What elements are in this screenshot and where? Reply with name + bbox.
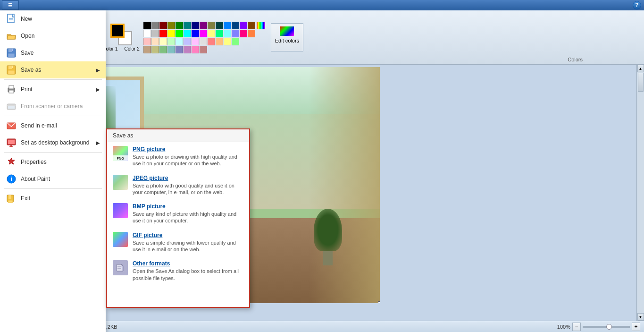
zoom-in-button[interactable]: +: [632, 323, 640, 331]
desktop-arrow: ▶: [96, 140, 100, 145]
gif-icon: [113, 232, 128, 247]
scroll-thumb[interactable]: [638, 73, 644, 92]
palette-cell[interactable]: [200, 30, 207, 37]
svg-rect-27: [8, 140, 15, 144]
menu-item-open-label: Open: [21, 33, 34, 39]
palette-cell[interactable]: [184, 22, 191, 29]
palette-cell[interactable]: [200, 38, 207, 45]
menu-item-exit-label: Exit: [21, 195, 30, 202]
save-as-other[interactable]: Other formats Open the Save As dialog bo…: [107, 256, 249, 285]
palette-cell[interactable]: [216, 22, 223, 29]
svg-rect-17: [12, 66, 13, 68]
palette-cell[interactable]: [232, 22, 239, 29]
menu-item-save-as[interactable]: Save as ▶: [0, 61, 106, 78]
palette-cell[interactable]: [248, 22, 255, 29]
palette-cell[interactable]: [176, 22, 183, 29]
scroll-track: [637, 72, 644, 313]
other-desc: Open the Save As dialog box to select fr…: [133, 268, 243, 281]
palette-cell[interactable]: [176, 46, 183, 53]
menu-item-print-label: Print: [21, 86, 33, 93]
palette-cell[interactable]: [208, 38, 215, 45]
palette-cell[interactable]: [167, 38, 175, 45]
menu-item-print[interactable]: Print ▶: [0, 81, 106, 98]
palette-cell[interactable]: [216, 30, 223, 37]
palette-cell[interactable]: [224, 30, 231, 37]
menu-item-new[interactable]: New: [0, 10, 106, 27]
edit-colors-button[interactable]: Edit colors: [271, 23, 303, 51]
menu-item-save[interactable]: Save: [0, 44, 106, 61]
save-as-bmp[interactable]: BMP picture Save any kind of picture wit…: [107, 199, 249, 228]
menu-item-save-as-label: Save as: [21, 67, 41, 73]
palette-cell[interactable]: [192, 46, 199, 53]
svg-rect-20: [9, 85, 14, 89]
palette-cell[interactable]: [176, 30, 183, 37]
palette-cell[interactable]: [192, 22, 199, 29]
menu-item-desktop[interactable]: Set as desktop background ▶: [0, 134, 106, 151]
palette-cell[interactable]: [200, 46, 207, 53]
palette-cell[interactable]: [184, 38, 191, 45]
svg-rect-14: [8, 53, 15, 57]
palette-cell[interactable]: [159, 30, 167, 37]
palette-cell[interactable]: [192, 30, 199, 37]
save-as-png[interactable]: PNG PNG picture Save a photo or drawing …: [107, 142, 249, 171]
palette-cell[interactable]: [184, 30, 191, 37]
palette-cell[interactable]: [240, 30, 247, 37]
palette-cell[interactable]: [248, 30, 255, 37]
palette-cell[interactable]: [208, 30, 215, 37]
menu-item-exit[interactable]: Exit: [0, 190, 106, 207]
palette-white[interactable]: [143, 30, 151, 37]
menu-item-email-label: Send in e-mail: [21, 122, 57, 129]
png-desc: Save a photo or drawing with high qualit…: [133, 153, 243, 167]
menu-button[interactable]: ☰: [2, 0, 19, 10]
color1-swatch[interactable]: [110, 24, 125, 38]
palette-cell[interactable]: [159, 22, 167, 29]
zoom-out-button[interactable]: −: [572, 323, 581, 331]
separator-1: [4, 79, 102, 80]
palette-cell[interactable]: [159, 38, 167, 45]
svg-rect-12: [8, 49, 12, 52]
help-button[interactable]: ?: [633, 1, 641, 9]
separator-2: [4, 116, 102, 116]
palette-cell[interactable]: [143, 38, 151, 45]
palette-cell[interactable]: [240, 22, 247, 29]
menu-item-about[interactable]: i About Paint: [0, 170, 106, 187]
palette-cell[interactable]: [143, 46, 151, 53]
scroll-down-arrow[interactable]: ▼: [637, 313, 644, 321]
palette-cell[interactable]: [151, 30, 159, 37]
scanner-icon: [6, 101, 17, 112]
palette-cell[interactable]: [200, 22, 207, 29]
canvas-resize-handle[interactable]: [378, 301, 380, 303]
save-as-gif[interactable]: GIF picture Save a simple drawing with l…: [107, 228, 249, 257]
palette-cell[interactable]: [151, 38, 159, 45]
menu-item-email[interactable]: Send in e-mail: [0, 117, 106, 134]
palette-cell[interactable]: [216, 38, 223, 45]
colors-section-label: Colors: [568, 57, 583, 62]
png-icon: PNG: [113, 146, 128, 161]
exit-icon: [6, 193, 17, 204]
palette-black[interactable]: [143, 22, 151, 29]
zoom-slider[interactable]: [583, 326, 630, 328]
palette-cell[interactable]: [224, 22, 231, 29]
palette-cell[interactable]: [208, 22, 215, 29]
palette-cell[interactable]: [167, 30, 175, 37]
palette-cell[interactable]: [192, 38, 199, 45]
separator-4: [4, 188, 102, 189]
palette-cell[interactable]: [176, 38, 183, 45]
properties-icon: [6, 156, 17, 168]
save-as-jpeg[interactable]: JPEG picture Save a photo with good qual…: [107, 171, 249, 200]
palette-cell[interactable]: [184, 46, 191, 53]
palette-cell[interactable]: [224, 38, 231, 45]
palette-cell[interactable]: [232, 30, 239, 37]
palette-cell[interactable]: [232, 38, 239, 45]
jpeg-desc: Save a photo with good quality and use i…: [133, 182, 243, 196]
vertical-scrollbar[interactable]: ▲ ▼: [636, 65, 644, 321]
palette-cell[interactable]: [151, 46, 159, 53]
menu-item-properties[interactable]: Properties: [0, 153, 106, 170]
palette-cell[interactable]: [151, 22, 159, 29]
gradient-bar[interactable]: [257, 22, 265, 29]
scroll-up-arrow[interactable]: ▲: [637, 65, 644, 72]
palette-cell[interactable]: [159, 46, 167, 53]
menu-item-open[interactable]: Open: [0, 27, 106, 44]
palette-cell[interactable]: [167, 22, 175, 29]
palette-cell[interactable]: [167, 46, 175, 53]
